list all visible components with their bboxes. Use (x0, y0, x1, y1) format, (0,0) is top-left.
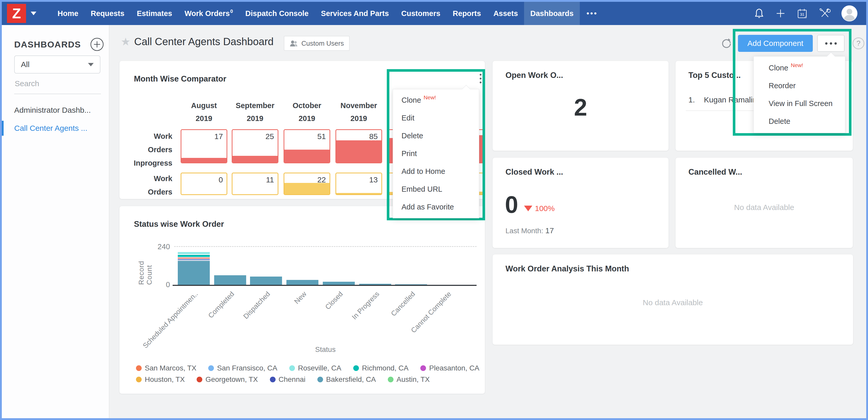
legend-item-san-fransisco-ca: San Fransisco, CA (208, 364, 277, 372)
nav-item-customers[interactable]: Customers (395, 2, 447, 25)
add-component-button[interactable]: Add Component (738, 35, 813, 52)
cell-value: 51 (317, 132, 326, 141)
legend-item-houston-tx: Houston, TX (136, 375, 185, 384)
bar-segment-bakersfield-ca (286, 280, 318, 285)
bar-segment-bakersfield-ca (178, 261, 210, 285)
legend-dot (317, 377, 323, 382)
legend-dot (420, 365, 426, 371)
top5-item-rank: 1. (688, 95, 695, 104)
menu-item-add-to-home[interactable]: Add to Home (393, 163, 479, 180)
notifications-bell-icon[interactable] (754, 7, 765, 19)
favorite-star-icon[interactable]: ★ (121, 35, 130, 48)
menu-item-clone[interactable]: CloneNew! (754, 59, 845, 77)
card-title: Work Order Analysis This Month (505, 264, 629, 273)
legend-label: Pleasanton, CA (429, 364, 479, 372)
bar-segment-bakersfield-ca (250, 277, 282, 285)
y-axis-title: Record Count (137, 247, 154, 285)
delta-value: 100% (535, 204, 555, 213)
refresh-icon[interactable] (720, 37, 733, 50)
legend-item-san-marcos-tx: San Marcos, TX (136, 364, 196, 372)
menu-item-clone[interactable]: CloneNew! (393, 91, 479, 109)
nav-item-assets[interactable]: Assets (487, 2, 524, 25)
card-cancelled-work-orders: Cancelled W... No data Available (675, 157, 853, 248)
menu-item-view-in-full-screen[interactable]: View in Full Screen (754, 95, 845, 112)
bar-cancelled (395, 284, 427, 285)
add-dashboard-button[interactable] (90, 37, 104, 52)
nav-item-reports[interactable]: Reports (447, 2, 488, 25)
nav-item-work-orders[interactable]: Work Orders0 (178, 2, 239, 25)
sidebar-heading: DASHBOARDS (14, 39, 81, 50)
search-underline (14, 94, 101, 94)
triangle-down-icon (524, 205, 532, 211)
cell-value: 22 (317, 175, 326, 184)
help-icon[interactable]: ? (852, 37, 864, 49)
card-status-wise-work-order: Status wise Work Order Record Count 240 … (119, 206, 485, 394)
user-avatar[interactable] (841, 5, 858, 22)
search-input[interactable]: Search (15, 79, 100, 88)
nav-item-dashboards[interactable]: Dashboards (524, 2, 580, 25)
card-title: Cancelled W... (688, 167, 742, 177)
menu-item-add-as-favorite[interactable]: Add as Favorite (393, 198, 479, 216)
chart-legend-row-2: Houston, TXGeorgetown, TXChennaiBakersfi… (136, 375, 430, 384)
nav-item-requests[interactable]: Requests (85, 2, 131, 25)
legend-label: Bakersfield, CA (326, 375, 376, 384)
menu-item-edit[interactable]: Edit (393, 109, 479, 127)
dashboards-sidebar: DASHBOARDS All Search Administrator Dash… (2, 25, 110, 418)
legend-dot (289, 365, 295, 371)
card-open-work-orders: Open Work O... 2 (492, 61, 669, 151)
app-switcher-caret-icon[interactable] (31, 11, 36, 15)
open-work-orders-value: 2 (493, 94, 669, 121)
legend-item-bakersfield-ca: Bakersfield, CA (317, 375, 376, 384)
dashboard-filter-select[interactable]: All (14, 56, 100, 73)
bar-chart-plot (174, 247, 476, 285)
comparator-row-label-0: WorkOrdersInprogress (120, 130, 173, 170)
comparator-column-header-november: November2019 (335, 99, 382, 125)
card-title: Open Work O... (505, 71, 563, 80)
zoho-logo[interactable]: Z (7, 4, 26, 23)
nav-item-label: Work Orders (185, 9, 230, 18)
menu-item-label: Delete (769, 117, 790, 126)
card-kebab-menu-icon[interactable] (475, 71, 485, 86)
nav-item-home[interactable]: Home (51, 2, 85, 25)
menu-item-print[interactable]: Print (393, 145, 479, 163)
dashboard-more-button[interactable] (817, 35, 844, 52)
legend-label: Houston, TX (145, 375, 185, 384)
custom-users-badge[interactable]: Custom Users (284, 36, 350, 51)
comparator-cell: 17 (181, 129, 227, 163)
menu-item-delete[interactable]: Delete (393, 127, 479, 145)
calendar-icon[interactable]: 31 (797, 8, 808, 19)
bar-segment-bakersfield-ca (395, 284, 427, 285)
sidebar-item-call-center-agents[interactable]: Call Center Agents ... (2, 119, 109, 137)
no-data-text: No data Available (676, 203, 853, 212)
nav-item-badge: 0 (230, 8, 233, 14)
nav-item-dispatch-console[interactable]: Dispatch Console (239, 2, 315, 25)
closed-work-orders-value: 0 (505, 191, 518, 218)
legend-item-richmond-ca: Richmond, CA (353, 364, 409, 372)
menu-item-label: View in Full Screen (769, 99, 833, 108)
legend-dot (353, 365, 359, 371)
nav-item-label: Reports (453, 9, 481, 18)
nav-item-services-and-parts[interactable]: Services And Parts (315, 2, 395, 25)
nav-item-estimates[interactable]: Estimates (130, 2, 178, 25)
legend-dot (208, 365, 214, 371)
cell-fill (336, 140, 381, 163)
tools-settings-icon[interactable] (819, 7, 831, 19)
comparator-column-header-october: October2019 (284, 99, 330, 125)
top-navigation: Z HomeRequestsEstimatesWork Orders0Dispa… (2, 2, 866, 25)
sidebar-item-administrator-dashb[interactable]: Administrator Dashb... (2, 101, 109, 119)
menu-item-embed-url[interactable]: Embed URL (393, 180, 479, 198)
comparator-column-header-august: August2019 (181, 99, 227, 125)
add-new-plus-icon[interactable] (775, 8, 786, 19)
legend-label: Richmond, CA (362, 364, 409, 372)
nav-overflow-button[interactable]: ••• (580, 9, 604, 18)
menu-item-delete[interactable]: Delete (754, 112, 845, 130)
nav-item-label: Home (58, 9, 79, 18)
comparator-cell: 85 (335, 129, 382, 163)
nav-item-label: Assets (493, 9, 518, 18)
menu-item-reorder[interactable]: Reorder (754, 77, 845, 95)
bar-segment-chennai (178, 259, 210, 260)
users-icon (289, 40, 298, 47)
delta-indicator: 100% (524, 204, 555, 213)
chart-legend-row-1: San Marcos, TXSan Fransisco, CARoseville… (136, 364, 479, 372)
legend-dot (136, 365, 142, 371)
